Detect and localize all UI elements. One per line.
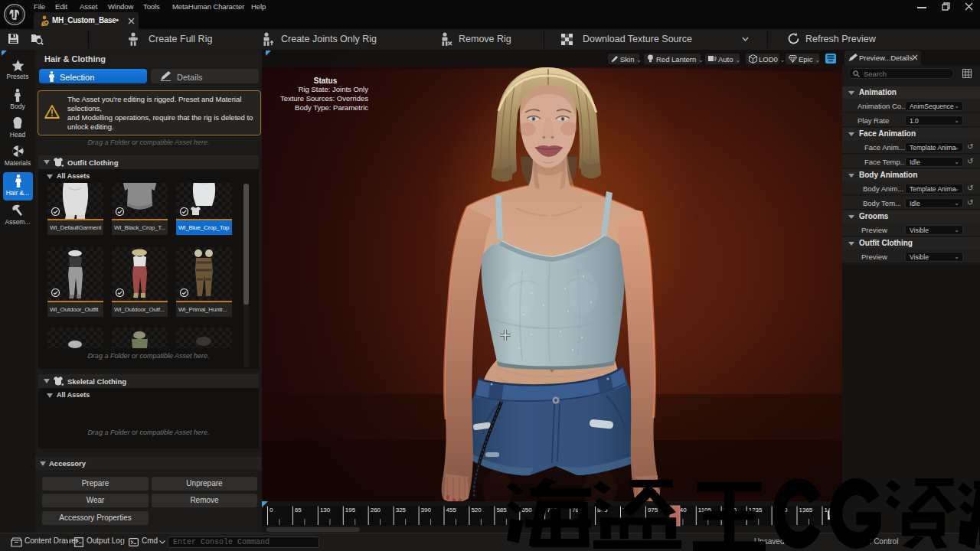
svg-text:260: 260: [371, 507, 381, 514]
svg-text:65: 65: [295, 507, 302, 514]
svg-text:130: 130: [320, 507, 331, 514]
svg-text:390: 390: [421, 507, 432, 514]
svg-text:455: 455: [446, 507, 457, 514]
svg-text:195: 195: [345, 507, 356, 514]
svg-text:520: 520: [471, 507, 482, 514]
svg-text:325: 325: [396, 507, 407, 514]
svg-text:0: 0: [270, 507, 273, 514]
